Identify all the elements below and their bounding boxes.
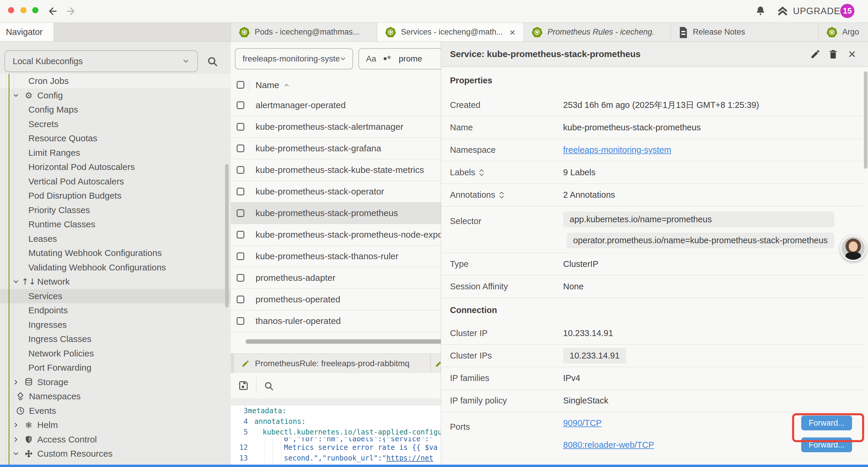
table-row-alertmanager-operated[interactable]: alertmanager-operated xyxy=(231,95,441,116)
tab-services-icecheng-math[interactable]: Services - icecheng@math...× xyxy=(377,23,524,41)
expand-collapse-icon[interactable] xyxy=(499,191,505,200)
sidebar-item-custom-resources[interactable]: Custom Resources xyxy=(0,447,230,461)
editor-tab-partial[interactable] xyxy=(431,354,441,373)
sidebar-item-pod-disruption-budgets[interactable]: Pod Disruption Budgets xyxy=(0,188,230,203)
navigator-panel-tab[interactable]: Navigator xyxy=(0,23,54,41)
sidebar-item-vertical-pod-autoscalers[interactable]: Vertical Pod Autoscalers xyxy=(0,174,230,189)
chevron-down-icon[interactable] xyxy=(12,278,20,285)
minimize-window-button[interactable] xyxy=(20,7,27,13)
tab-prometheus-rules-icecheng[interactable]: Prometheus Rules - icecheng... xyxy=(524,23,671,41)
sidebar-item-runtime-classes[interactable]: Runtime Classes xyxy=(0,217,230,232)
sidebar-scrollbar[interactable] xyxy=(225,164,229,308)
sidebar-item-secrets[interactable]: Secrets xyxy=(0,117,230,132)
nav-forward-button[interactable] xyxy=(65,6,76,17)
tab-release-notes[interactable]: Release Notes xyxy=(671,23,819,41)
table-row-kube-prometheus-stack-thanos-ruler[interactable]: kube-prometheus-stack-thanos-ruler xyxy=(231,245,441,267)
notifications-bell-icon[interactable] xyxy=(755,6,766,17)
row-checkbox[interactable] xyxy=(237,274,244,282)
maximize-window-button[interactable] xyxy=(32,7,38,13)
row-checkbox[interactable] xyxy=(237,253,244,260)
chevron-down-icon[interactable] xyxy=(12,450,20,457)
match-case-toggle[interactable]: Aa xyxy=(366,54,376,63)
detail-scrollbar[interactable] xyxy=(864,71,867,169)
sidebar-item-network-policies[interactable]: Network Policies xyxy=(0,346,230,361)
yaml-editor[interactable]: 3metadata:4annotations:5kubectl.kubernet… xyxy=(231,406,441,467)
row-checkbox[interactable] xyxy=(237,231,244,238)
expand-collapse-icon[interactable] xyxy=(478,168,485,177)
search-icon[interactable] xyxy=(207,56,218,67)
close-window-button[interactable] xyxy=(8,7,14,13)
selector-chip: app.kubernetes.io/name=prometheus xyxy=(563,212,834,227)
row-checkbox[interactable] xyxy=(237,296,244,303)
table-row-kube-prometheus-stack-grafana[interactable]: kube-prometheus-stack-grafana xyxy=(231,138,441,159)
edit-pencil-icon[interactable] xyxy=(810,49,821,59)
forward-button[interactable]: Forward... xyxy=(801,437,852,452)
table-row-kube-prometheus-stack-kube-state-metrics[interactable]: kube-prometheus-stack-kube-state-metrics xyxy=(231,159,441,181)
tab-argo-se[interactable]: Argo Se xyxy=(819,23,868,41)
code-link[interactable]: https://net xyxy=(386,454,433,462)
select-all-checkbox[interactable] xyxy=(237,81,244,89)
sidebar-item-port-forwarding[interactable]: Port Forwarding xyxy=(0,360,230,375)
row-checkbox[interactable] xyxy=(237,123,244,130)
sidebar-item-priority-classes[interactable]: Priority Classes xyxy=(0,203,230,217)
row-checkbox[interactable] xyxy=(237,209,244,217)
save-icon[interactable] xyxy=(238,380,249,391)
regex-toggle[interactable]: * xyxy=(384,56,391,62)
detail-link[interactable]: freeleaps-monitoring-system xyxy=(563,145,671,155)
row-checkbox[interactable] xyxy=(237,317,244,325)
row-checkbox[interactable] xyxy=(237,145,244,152)
sidebar-item-horizontal-pod-autoscalers[interactable]: Horizontal Pod Autoscalers xyxy=(0,160,230,174)
port-link[interactable]: 8080:reloader-web/TCP xyxy=(563,440,654,450)
sidebar-item-access-control[interactable]: Access Control xyxy=(0,432,230,447)
kubeconfig-dropdown[interactable]: Local Kubeconfigs xyxy=(4,50,198,72)
sidebar-item-storage[interactable]: Storage xyxy=(0,375,230,389)
sidebar-item-endpoints[interactable]: Endpoints xyxy=(0,303,230,318)
editor-tab-prometheusrule[interactable]: PrometheusRule: freeleaps-prod-rabbitmq xyxy=(234,354,430,373)
port-link[interactable]: 9090/TCP xyxy=(563,418,602,428)
forward-button-highlighted[interactable]: Forward... xyxy=(801,415,852,430)
notification-count-badge[interactable]: 15 xyxy=(840,4,855,18)
namespace-filter-dropdown[interactable]: freeleaps-monitoring-system xyxy=(235,48,353,69)
chevron-right-icon[interactable] xyxy=(12,436,20,443)
sidebar-item-namespaces[interactable]: Namespaces xyxy=(0,389,230,404)
sidebar-item-network[interactable]: ↑↓Network xyxy=(0,274,230,289)
table-row-thanos-ruler-operated[interactable]: thanos-ruler-operated xyxy=(231,310,441,332)
table-row-prometheus-operated[interactable]: prometheus-operated xyxy=(231,289,441,310)
chevron-right-icon[interactable] xyxy=(12,421,20,429)
sidebar-item-validating-webhook-configurations[interactable]: Validating Webhook Configurations xyxy=(0,260,230,275)
nav-back-button[interactable] xyxy=(47,6,59,17)
column-header-name[interactable]: Name xyxy=(255,76,290,95)
sidebar-item-services[interactable]: Services xyxy=(0,289,230,303)
sidebar-item-ingresses[interactable]: Ingresses xyxy=(0,318,230,332)
table-row-kube-prometheus-stack-alertmanager[interactable]: kube-prometheus-stack-alertmanager xyxy=(231,116,441,138)
row-checkbox[interactable] xyxy=(237,188,244,195)
row-checkbox[interactable] xyxy=(237,101,244,109)
sidebar-item-events[interactable]: Events xyxy=(0,404,230,418)
upgrade-button[interactable]: UPGRADE xyxy=(776,4,840,18)
close-tab-icon[interactable]: × xyxy=(509,27,516,37)
list-search-input[interactable]: Aa * prome xyxy=(359,48,441,69)
delete-trash-icon[interactable] xyxy=(828,49,838,59)
chevron-down-icon[interactable] xyxy=(12,92,20,99)
sidebar-item-helm[interactable]: Helm xyxy=(0,418,230,432)
sidebar-item-config-maps[interactable]: Config Maps xyxy=(0,103,230,117)
sidebar-item-leases[interactable]: Leases xyxy=(0,232,230,246)
table-row-kube-prometheus-stack-prometheus[interactable]: kube-prometheus-stack-prometheus xyxy=(231,202,441,224)
table-row-kube-prometheus-stack-prometheus-node-exporter[interactable]: kube-prometheus-stack-prometheus-node-ex… xyxy=(231,224,441,245)
horizontal-scrollbar[interactable] xyxy=(246,339,441,344)
sidebar-item-resource-quotas[interactable]: Resource Quotas xyxy=(0,131,230,146)
row-checkbox[interactable] xyxy=(237,166,244,174)
chevron-right-icon[interactable] xyxy=(12,379,20,386)
user-avatar[interactable] xyxy=(840,235,866,261)
sidebar-item-ingress-classes[interactable]: Ingress Classes xyxy=(0,332,230,346)
window-title-bar: UPGRADE 15 xyxy=(0,0,868,23)
sidebar-item-mutating-webhook-configurations[interactable]: Mutating Webhook Configurations xyxy=(0,246,230,260)
sidebar-item-config[interactable]: ⚙Config xyxy=(0,88,230,103)
editor-search-icon[interactable] xyxy=(264,381,274,391)
close-icon[interactable]: × xyxy=(847,49,857,59)
sidebar-item-cron-jobs[interactable]: Cron Jobs xyxy=(0,74,230,88)
table-row-kube-prometheus-stack-operator[interactable]: kube-prometheus-stack-operator xyxy=(231,181,441,202)
sidebar-item-limit-ranges[interactable]: Limit Ranges xyxy=(0,146,230,160)
tab-pods-icecheng-mathmas[interactable]: Pods - icecheng@mathmas... xyxy=(231,23,377,41)
table-row-prometheus-adapter[interactable]: prometheus-adapter xyxy=(231,267,441,289)
